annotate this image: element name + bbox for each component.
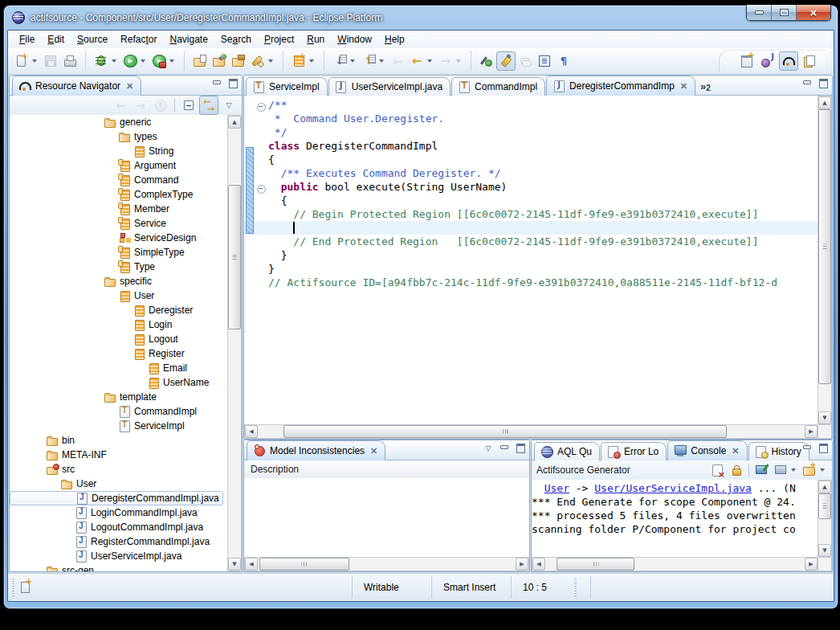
link-items-button[interactable] [516, 51, 535, 71]
tree-item-command[interactable]: Command [10, 173, 228, 187]
console-horizontal-scrollbar[interactable]: ◀ ▶ [532, 557, 818, 571]
collapse-all-button[interactable] [179, 96, 198, 115]
maximize-view-button[interactable] [227, 79, 239, 88]
close-button[interactable] [797, 5, 830, 20]
fold-collapse-icon[interactable] [257, 103, 266, 112]
close-icon[interactable]: ✕ [680, 81, 687, 92]
scroll-up-icon[interactable]: ▲ [818, 96, 831, 109]
hidden-tabs-chevron-icon[interactable]: 2 [700, 77, 711, 95]
menu-navigate[interactable]: Navigate [163, 32, 214, 47]
nav-up-button[interactable] [151, 96, 170, 115]
scroll-right-icon[interactable]: ▶ [805, 558, 818, 571]
tree-item-logout[interactable]: Logout [10, 332, 228, 346]
tree-item-argument[interactable]: Argument [10, 158, 228, 173]
tree-item-generic[interactable]: generic [10, 115, 228, 129]
forward-button[interactable] [436, 51, 465, 71]
java-perspective-button[interactable] [758, 51, 777, 71]
pin-console-button[interactable] [752, 460, 771, 480]
navigator-vertical-scrollbar[interactable]: ▲ ▼ [227, 115, 242, 571]
dropdown-arrow-icon[interactable] [791, 468, 796, 472]
scrollbar-thumb[interactable] [283, 425, 727, 438]
open-project-button[interactable] [229, 51, 248, 71]
console-tab-history[interactable]: History [748, 442, 809, 460]
view-menu-button[interactable] [219, 96, 239, 115]
save-button[interactable] [41, 51, 60, 71]
editor-vertical-scrollbar[interactable]: ▲ ▼ [818, 96, 832, 425]
tree-item-simpletype[interactable]: SimpleType [10, 245, 228, 260]
search-button[interactable] [248, 51, 277, 71]
minimize-view-button[interactable] [499, 444, 510, 453]
scroll-down-icon[interactable]: ▼ [818, 544, 831, 557]
maximize-view-button[interactable] [515, 444, 526, 453]
menu-source[interactable]: Source [71, 32, 114, 47]
close-icon[interactable]: ✕ [370, 446, 377, 456]
dropdown-arrow-icon[interactable] [169, 59, 174, 63]
prev-annotation-button[interactable] [359, 51, 388, 71]
tree-item-string[interactable]: String [10, 144, 228, 158]
console-hyperlink[interactable]: User [544, 482, 569, 494]
scroll-down-icon[interactable]: ▼ [818, 411, 831, 424]
close-icon[interactable]: ✕ [126, 81, 133, 92]
scrollbar-thumb[interactable] [228, 185, 241, 329]
run-button[interactable] [120, 51, 149, 71]
tree-item-commandimpl[interactable]: CommandImpl [10, 404, 228, 419]
console-tab-error-lo[interactable]: Error Lo [601, 442, 667, 460]
menu-project[interactable]: Project [258, 32, 300, 47]
tab-resource-navigator[interactable]: Resource Navigator ✕ [12, 76, 141, 96]
scroll-left-icon[interactable]: ◀ [245, 425, 258, 438]
tree-item-template[interactable]: template [10, 390, 228, 404]
maximize-view-button[interactable] [818, 79, 829, 88]
dropdown-arrow-icon[interactable] [379, 59, 384, 63]
scrollbar-thumb[interactable] [818, 109, 831, 384]
console-tab-console[interactable]: Console✕ [667, 440, 747, 460]
display-console-button[interactable] [771, 460, 800, 480]
last-edit-location-button[interactable] [477, 51, 496, 71]
menu-window[interactable]: Window [331, 32, 378, 47]
dropdown-arrow-icon[interactable] [32, 59, 37, 63]
view-menu-view-button[interactable] [483, 444, 494, 453]
console-output[interactable]: User -> User/UserServiceImpl.java ... (N… [532, 480, 818, 558]
show-whitespace-button[interactable] [554, 51, 573, 71]
mark-occurrences-button[interactable] [496, 51, 516, 71]
scroll-left-icon[interactable]: ◀ [532, 558, 545, 571]
menu-file[interactable]: File [13, 32, 41, 47]
editor-horizontal-scrollbar[interactable]: ◀ ▶ [244, 424, 818, 439]
scroll-lock-button[interactable] [727, 460, 746, 480]
resource-perspective-button[interactable] [800, 51, 819, 71]
tree-item-bin[interactable]: bin [10, 433, 228, 448]
dropdown-arrow-icon[interactable] [309, 59, 314, 63]
code-editor[interactable]: /** * Command User.Deregister. */class D… [244, 96, 818, 425]
maximize-view-button[interactable] [818, 444, 829, 453]
actifsource-perspective-button[interactable] [779, 51, 798, 71]
clear-console-button[interactable] [707, 460, 727, 480]
tab-model-inconsistencies[interactable]: Model Inconsistencies ✕ [247, 440, 385, 460]
fold-collapse-icon[interactable] [257, 185, 266, 194]
scroll-left-icon[interactable]: ◀ [245, 558, 258, 571]
tree-item-registercommandimpl.java[interactable]: RegisterCommandImpl.java [10, 534, 228, 549]
tree-item-user[interactable]: User [10, 477, 228, 491]
editor-tab-deregistercommandimp[interactable]: DeregisterCommandImp✕ [546, 76, 695, 96]
editor-tab-userserviceimpl.java[interactable]: UserServiceImpl.java [328, 77, 451, 96]
tree-item-member[interactable]: Member [10, 202, 228, 216]
scrollbar-thumb[interactable] [259, 558, 349, 571]
maximize-button[interactable] [772, 5, 797, 20]
tree-item-logincommandimpl.java[interactable]: LoginCommandImpl.java [10, 505, 228, 520]
open-console-button[interactable] [800, 460, 829, 480]
dropdown-arrow-icon[interactable] [141, 59, 145, 63]
menu-refactor[interactable]: Refactor [114, 32, 163, 47]
next-annotation-button[interactable] [330, 51, 359, 71]
menu-edit[interactable]: Edit [41, 32, 71, 47]
scrollbar-thumb[interactable] [818, 493, 831, 519]
editor-tab-commandimpl[interactable]: CommandImpl [451, 77, 545, 96]
minimize-view-button[interactable] [801, 79, 813, 88]
tree-item-serviceimpl[interactable]: ServiceImpl [10, 419, 228, 433]
show-source-button[interactable] [535, 51, 554, 71]
close-icon[interactable]: ✕ [732, 446, 739, 456]
scrollbar-thumb[interactable] [557, 558, 634, 571]
dropdown-arrow-icon[interactable] [268, 59, 273, 63]
editor-tab-serviceimpl[interactable]: ServiceImpl [246, 77, 328, 96]
last-edit-button[interactable] [388, 51, 407, 71]
back-button[interactable] [407, 51, 436, 71]
debug-button[interactable] [92, 51, 120, 71]
console-tab-aql-qu[interactable]: AQL Qu [534, 442, 600, 460]
